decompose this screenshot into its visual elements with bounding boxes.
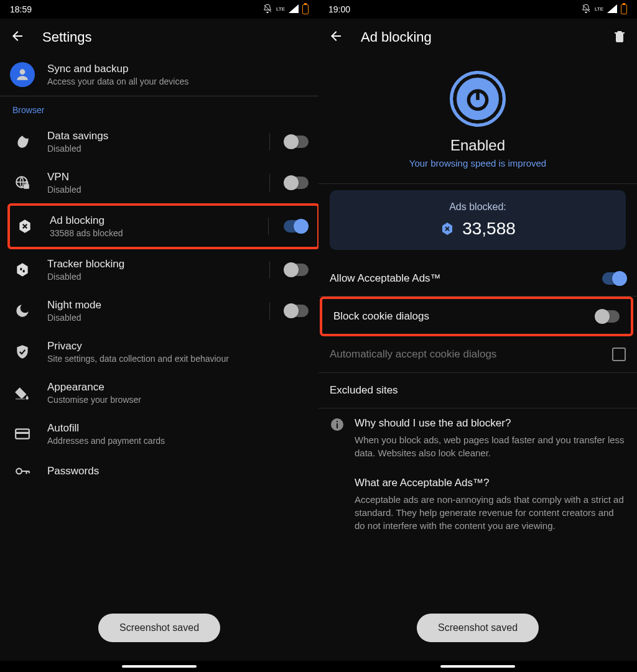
battery-icon <box>302 4 309 14</box>
svg-point-3 <box>20 268 22 270</box>
sync-title: Sync and backup <box>47 63 309 75</box>
sync-subtitle: Access your data on all your devices <box>47 76 309 86</box>
shield-check-icon <box>10 344 35 360</box>
hero-subtitle: Your browsing speed is improved <box>318 158 637 168</box>
key-icon <box>10 463 35 479</box>
notification-off-icon <box>581 4 591 16</box>
vpn-item[interactable]: VPN Disabled <box>0 162 318 203</box>
passwords-item[interactable]: Passwords <box>0 454 318 488</box>
acceptable-ads-item[interactable]: Allow Acceptable Ads™ <box>318 261 637 296</box>
sync-backup-item[interactable]: Sync and backup Access your data on all … <box>0 53 318 96</box>
ad-blocking-screen: 19:00 LTE Ad blocking Enabled Your brows… <box>318 0 637 672</box>
clock: 18:59 <box>10 4 32 14</box>
info-why-a: When you block ads, web pages load faste… <box>355 433 626 459</box>
ad-blocking-highlight: Ad blocking 33588 ads blocked <box>7 203 320 249</box>
ad-blocking-item[interactable]: Ad blocking 33588 ads blocked <box>10 206 317 247</box>
power-toggle[interactable] <box>450 71 506 127</box>
svg-point-4 <box>23 270 25 272</box>
data-savings-title: Data savings <box>47 130 257 142</box>
night-toggle[interactable] <box>285 305 309 317</box>
nav-bar[interactable] <box>318 661 637 672</box>
data-savings-item[interactable]: Data savings Disabled <box>0 121 318 162</box>
svg-rect-5 <box>16 398 25 400</box>
ad-blocking-toggle[interactable] <box>284 220 307 232</box>
hero-section: Enabled Your browsing speed is improved <box>318 53 637 183</box>
svg-rect-2 <box>24 184 29 189</box>
globe-lock-icon <box>10 175 35 191</box>
tracker-toggle[interactable] <box>285 264 309 276</box>
svg-rect-7 <box>16 432 29 434</box>
data-savings-toggle[interactable] <box>285 136 309 148</box>
stats-label: Ads blocked: <box>337 201 618 213</box>
data-savings-subtitle: Disabled <box>47 144 257 154</box>
info-acceptable-a: Acceptable ads are non-annoying ads that… <box>355 493 626 532</box>
auto-accept-item: Automatically accept cookie dialogs <box>318 336 637 372</box>
info-acceptable-q: What are Acceptable Ads™? <box>355 477 626 489</box>
autofill-subtitle: Addresses and payment cards <box>47 436 309 446</box>
battery-icon <box>621 4 627 14</box>
info-why-q: Why should I use the ad blocker? <box>355 417 626 430</box>
night-mode-item[interactable]: Night mode Disabled <box>0 290 318 331</box>
info-icon <box>330 417 345 432</box>
vpn-title: VPN <box>47 171 257 183</box>
hex-footsteps-icon <box>10 262 35 278</box>
clock: 19:00 <box>328 4 350 14</box>
svg-point-0 <box>20 69 26 75</box>
night-title: Night mode <box>47 299 257 311</box>
tracker-subtitle: Disabled <box>47 272 257 282</box>
moon-icon <box>10 303 35 319</box>
tracker-title: Tracker blocking <box>47 258 257 270</box>
vpn-toggle[interactable] <box>285 177 309 189</box>
privacy-title: Privacy <box>47 340 309 352</box>
back-button[interactable] <box>10 29 25 46</box>
app-bar: Settings <box>0 19 318 53</box>
toast: Screenshot saved <box>98 614 220 642</box>
signal-icon <box>289 4 299 15</box>
block-cookie-label: Block cookie dialogs <box>333 310 429 323</box>
auto-accept-checkbox <box>612 348 626 361</box>
svg-rect-12 <box>337 423 338 428</box>
delete-button[interactable] <box>612 29 627 46</box>
status-bar: 19:00 LTE <box>318 0 637 19</box>
auto-accept-label: Automatically accept cookie dialogs <box>330 348 496 361</box>
excluded-sites-item[interactable]: Excluded sites <box>318 373 637 408</box>
network-label: LTE <box>595 7 603 12</box>
info-why: Why should I use the ad blocker? When yo… <box>318 408 637 468</box>
block-cookie-item[interactable]: Block cookie dialogs <box>322 299 631 334</box>
autofill-item[interactable]: Autofill Addresses and payment cards <box>0 413 318 454</box>
status-bar: 18:59 LTE <box>0 0 318 19</box>
avatar-icon <box>10 62 35 87</box>
settings-screen: 18:59 LTE Settings Sync and backup Acces… <box>0 0 318 672</box>
excluded-sites-label: Excluded sites <box>330 384 398 397</box>
tracker-blocking-item[interactable]: Tracker blocking Disabled <box>0 249 318 290</box>
network-label: LTE <box>276 7 285 12</box>
hero-status: Enabled <box>318 137 637 154</box>
hex-x-icon <box>440 221 455 236</box>
info-acceptable: What are Acceptable Ads™? Acceptable ads… <box>318 468 637 541</box>
appearance-title: Appearance <box>47 381 309 394</box>
block-cookie-highlight: Block cookie dialogs <box>320 297 633 336</box>
hex-x-icon <box>12 218 37 234</box>
stats-card: Ads blocked: 33,588 <box>330 190 626 250</box>
ad-blocking-subtitle: 33588 ads blocked <box>50 228 256 238</box>
autofill-title: Autofill <box>47 422 309 435</box>
back-button[interactable] <box>328 29 343 46</box>
nav-bar[interactable] <box>0 661 318 672</box>
privacy-subtitle: Site settings, data collection and exit … <box>47 354 309 364</box>
acceptable-ads-toggle[interactable] <box>602 272 626 285</box>
block-cookie-toggle[interactable] <box>596 310 620 323</box>
appearance-item[interactable]: Appearance Customise your browser <box>0 372 318 413</box>
signal-icon <box>607 4 617 15</box>
passwords-title: Passwords <box>47 465 309 477</box>
card-icon <box>10 426 35 442</box>
vpn-subtitle: Disabled <box>47 185 257 195</box>
stats-value: 33,588 <box>462 219 516 239</box>
ad-blocking-title: Ad blocking <box>50 214 256 227</box>
acceptable-ads-label: Allow Acceptable Ads™ <box>330 272 441 285</box>
paint-bucket-icon <box>10 385 35 401</box>
appearance-subtitle: Customise your browser <box>47 395 309 405</box>
night-subtitle: Disabled <box>47 313 257 323</box>
privacy-item[interactable]: Privacy Site settings, data collection a… <box>0 331 318 372</box>
notification-off-icon <box>263 4 272 16</box>
leaf-icon <box>10 134 35 150</box>
